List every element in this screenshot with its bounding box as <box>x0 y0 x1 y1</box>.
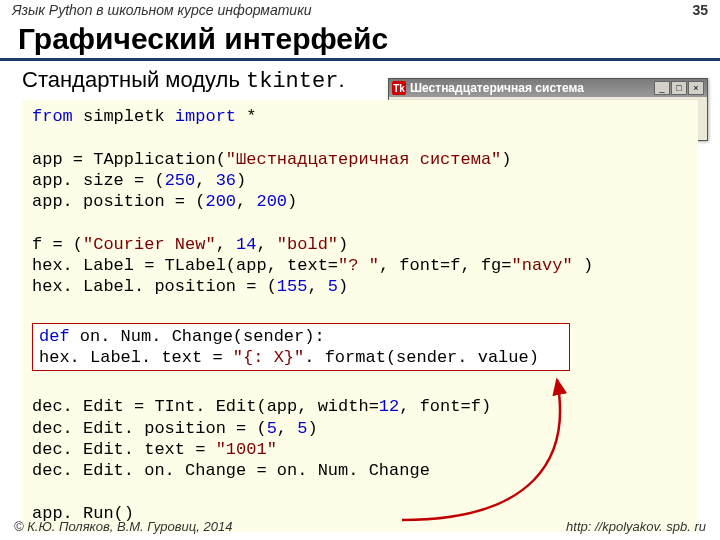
tkinter-title: Шестнадцатеричная система <box>410 81 650 95</box>
subtitle-module: tkinter <box>246 69 338 94</box>
footer-url: http: //kpolyakov. spb. ru <box>566 519 706 534</box>
kw-from: from <box>32 107 73 126</box>
kw-import: import <box>175 107 236 126</box>
header-bar: Язык Python в школьном курсе информатики… <box>0 0 720 20</box>
footer-bar: © К.Ю. Поляков, В.М. Гуровиц, 2014 http:… <box>0 515 720 540</box>
page-title: Графический интерфейс <box>0 20 720 61</box>
minimize-button[interactable]: _ <box>654 81 670 95</box>
subtitle-prefix: Стандартный модуль <box>22 67 246 92</box>
subtitle-suffix: . <box>338 67 344 92</box>
def-highlight-box: def on. Num. Change(sender): hex. Label.… <box>32 323 570 372</box>
tkinter-titlebar: Tk Шестнадцатеричная система _ □ × <box>389 79 707 97</box>
window-buttons: _ □ × <box>654 81 704 95</box>
tk-logo-icon: Tk <box>392 81 406 95</box>
page-number: 35 <box>692 2 708 18</box>
maximize-button[interactable]: □ <box>671 81 687 95</box>
kw-def: def <box>39 327 70 346</box>
code-block: from simpletk import * app = TApplicatio… <box>22 100 698 532</box>
copyright: © К.Ю. Поляков, В.М. Гуровиц, 2014 <box>14 519 232 534</box>
close-button[interactable]: × <box>688 81 704 95</box>
course-label: Язык Python в школьном курсе информатики <box>12 2 312 18</box>
